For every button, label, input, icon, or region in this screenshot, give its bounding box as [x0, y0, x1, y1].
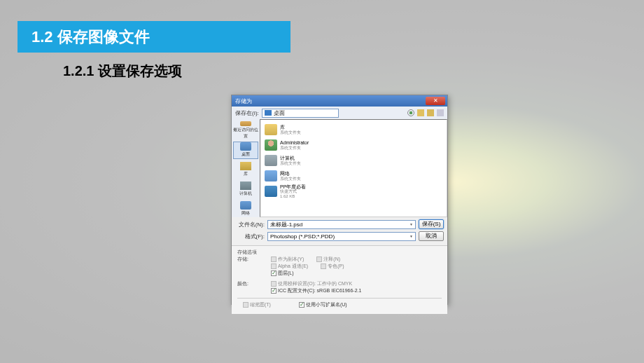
user-folder-icon — [265, 139, 277, 151]
save-in-value: 桌面 — [274, 109, 285, 117]
computer-icon — [240, 182, 251, 190]
place-desktop[interactable]: 桌面 — [233, 142, 258, 159]
desktop-place-icon — [240, 142, 251, 151]
thumbnail-checkbox[interactable]: 缩览图(T) — [243, 301, 271, 308]
computer-item-icon — [265, 155, 277, 166]
cancel-button[interactable]: 取消 — [419, 231, 444, 241]
network-item-icon — [265, 170, 277, 182]
up-folder-icon[interactable] — [417, 109, 424, 116]
format-combo[interactable]: Photoshop (*.PSD;*.PDD) — [267, 232, 416, 241]
save-options-title: 存储选项 — [237, 249, 271, 256]
file-list[interactable]: 库 系统文件夹 Administrator 系统文件夹 计算机 系统文件夹 — [260, 119, 447, 217]
section-title-bar: 1.2 保存图像文件 — [18, 21, 290, 53]
dialog-title: 存储为 — [234, 97, 252, 105]
folder-icon — [265, 124, 277, 135]
icc-checkbox[interactable]: ICC 配置文件(C): sRGB IEC61966-2.1 — [271, 287, 442, 294]
filename-label: 文件名(N): — [235, 221, 265, 228]
filename-input[interactable]: 未标题-1.psd — [267, 220, 416, 229]
list-item[interactable]: PP年度必看 快捷方式 1.62 KB — [262, 184, 444, 199]
list-item[interactable]: 计算机 系统文件夹 — [262, 153, 444, 168]
section-title: 1.2 保存图像文件 — [31, 28, 150, 46]
color-group-label: 颜色: — [237, 280, 271, 294]
layers-checkbox[interactable]: 图层(L) — [271, 270, 294, 277]
network-icon — [240, 201, 251, 210]
library-icon — [240, 162, 251, 170]
view-menu-icon[interactable] — [437, 109, 444, 116]
back-icon[interactable] — [407, 109, 414, 116]
list-item[interactable]: 网络 系统文件夹 — [262, 168, 444, 184]
dialog-toolbar: 保存在(I): 桌面 — [232, 107, 447, 119]
save-options-panel: 存储选项 存储: 作为副本(Y) 注释(N) Alpha 通道(E) 专色(P)… — [232, 245, 447, 314]
place-computer[interactable]: 计算机 — [233, 181, 258, 198]
close-button[interactable]: ✕ — [426, 97, 445, 105]
list-item[interactable]: Administrator 系统文件夹 — [262, 137, 444, 153]
save-group-label: 存储: — [237, 256, 271, 277]
alpha-checkbox[interactable]: Alpha 通道(E) — [271, 263, 308, 270]
spot-checkbox[interactable]: 专色(P) — [321, 263, 344, 270]
save-in-combo[interactable]: 桌面 — [262, 109, 339, 118]
place-library[interactable]: 库 — [233, 161, 258, 179]
dialog-titlebar[interactable]: 存储为 ✕ — [232, 95, 447, 107]
places-bar: 最近访问的位置 桌面 库 计算机 网络 — [232, 119, 260, 217]
lowercase-ext-checkbox[interactable]: 使用小写扩展名(U) — [299, 301, 347, 308]
place-network[interactable]: 网络 — [233, 200, 258, 217]
annotations-checkbox[interactable]: 注释(N) — [316, 256, 340, 263]
recent-icon — [240, 121, 251, 126]
desktop-icon — [265, 110, 272, 116]
as-copy-checkbox[interactable]: 作为副本(Y) — [271, 256, 304, 263]
save-as-dialog: 存储为 ✕ 保存在(I): 桌面 最近访问的位置 桌面 — [231, 95, 448, 305]
shortcut-icon — [265, 186, 277, 197]
proof-checkbox[interactable]: 使用校样设置(O): 工作中的 CMYK — [271, 280, 442, 287]
save-button[interactable]: 保存(S) — [419, 219, 444, 229]
place-recent[interactable]: 最近访问的位置 — [233, 121, 258, 139]
subsection-title: 1.2.1 设置保存选项 — [63, 62, 182, 81]
list-item[interactable]: 库 系统文件夹 — [262, 122, 444, 137]
new-folder-icon[interactable] — [427, 109, 434, 116]
save-in-label: 保存在(I): — [235, 109, 259, 117]
format-label: 格式(F): — [235, 233, 265, 240]
